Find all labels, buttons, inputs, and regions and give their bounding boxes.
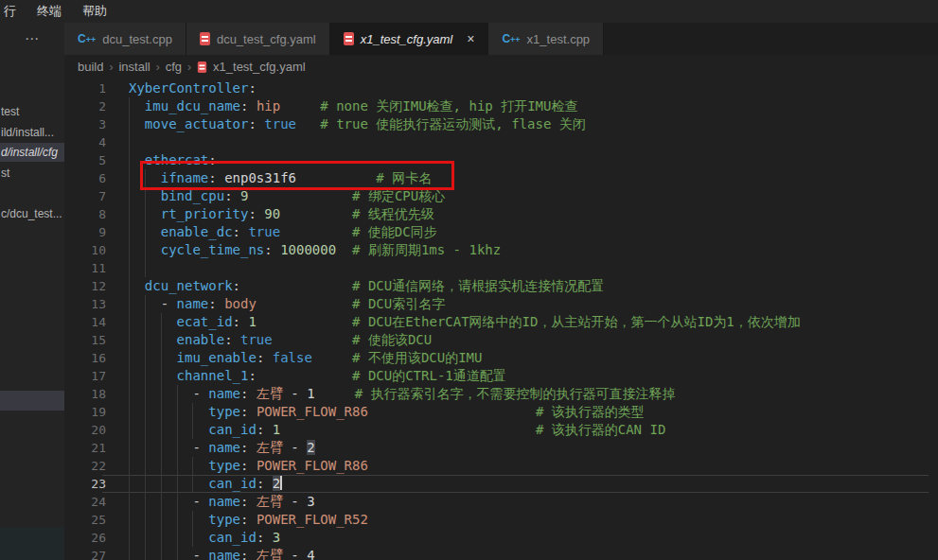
sidebar-item[interactable]: d/install/cfg xyxy=(0,143,64,162)
tab-x1_test_cfg.yaml[interactable]: x1_test_cfg.yaml× xyxy=(330,23,489,55)
line-number: 4 xyxy=(64,133,106,151)
token: false xyxy=(273,350,312,365)
code-text: - name: 左臂 - 4 xyxy=(129,547,315,560)
code-line[interactable]: 12 dcu_network: # DCU通信网络，请根据实机连接情况配置 xyxy=(64,277,938,295)
token: 左臂 xyxy=(257,494,283,509)
token xyxy=(129,278,145,293)
breadcrumb-segment[interactable]: install xyxy=(118,60,150,74)
token: dcu_network xyxy=(145,278,233,293)
token: : xyxy=(233,314,249,329)
token: : xyxy=(233,278,240,293)
token: - xyxy=(283,440,307,455)
code-text: cycle_time_ns: 1000000 # 刷新周期1ms - 1khz xyxy=(129,241,501,259)
token: : xyxy=(257,530,273,545)
token: rt_priority xyxy=(161,206,249,221)
code-line[interactable]: 4 xyxy=(64,133,938,151)
token: name xyxy=(208,548,240,560)
code-line[interactable]: 15 enable: true # 使能该DCU xyxy=(64,331,938,349)
more-actions-icon[interactable]: ⋯ xyxy=(25,30,41,47)
menu-item-帮助[interactable]: 帮助 xyxy=(72,0,117,23)
tab-x1_test.cpp[interactable]: C++x1_test.cpp xyxy=(488,23,604,55)
code-line[interactable]: 8 rt_priority: 90 # 线程优先级 xyxy=(64,205,938,223)
code-line[interactable]: 23 can_id: 2 xyxy=(64,475,938,493)
code-line[interactable]: 27 - name: 左臂 - 4 xyxy=(64,547,938,560)
token: 2 xyxy=(307,440,314,455)
token: true xyxy=(264,116,296,131)
code-line[interactable]: 22 type: POWER_FLOW_R86 xyxy=(64,457,938,475)
code-line[interactable]: 25 type: POWER_FLOW_R52 xyxy=(64,511,938,529)
line-number: 16 xyxy=(64,349,106,367)
token xyxy=(129,368,177,383)
code-text: dcu_network: # DCU通信网络，请根据实机连接情况配置 xyxy=(129,277,604,295)
token: 左臂 xyxy=(257,440,283,455)
breadcrumb-file[interactable]: x1_test_cfg.yaml xyxy=(213,60,306,74)
text-cursor xyxy=(280,476,282,490)
code-line[interactable]: 26 can_id: 3 xyxy=(64,529,938,547)
code-text: can_id: 2 xyxy=(129,475,282,493)
token: POWER_FLOW_R86 xyxy=(257,458,368,473)
tab-dcu_test_cfg.yaml[interactable]: dcu_test_cfg.yaml xyxy=(186,23,330,55)
code-line[interactable]: 13 - name: body # DCU索引名字 xyxy=(64,295,938,313)
code-text: type: POWER_FLOW_R86 xyxy=(129,457,368,475)
sidebar-item[interactable]: test xyxy=(0,102,64,121)
code-line[interactable]: 20 can_id: 1 # 该执行器的CAN ID xyxy=(64,421,938,439)
menu-item-终端[interactable]: 终端 xyxy=(27,0,72,23)
token: : xyxy=(248,368,256,383)
token: : xyxy=(240,458,257,473)
token: type xyxy=(208,404,240,419)
code-line[interactable]: 9 enable_dc: true # 使能DC同步 xyxy=(64,223,938,241)
code-line[interactable]: 24 - name: 左臂 - 3 xyxy=(64,493,938,511)
line-number: 27 xyxy=(64,547,106,560)
code-line[interactable]: 1XyberController: xyxy=(64,79,938,97)
code-line[interactable]: 19 type: POWER_FLOW_R86 # 该执行器的类型 xyxy=(64,403,938,421)
code-line[interactable]: 14 ecat_id: 1 # DCU在EtherCAT网络中的ID，从主站开始… xyxy=(64,313,938,331)
code-line[interactable]: 18 - name: 左臂 - 1 # 执行器索引名字，不需要控制的执行器可直接… xyxy=(64,385,938,403)
code-line[interactable]: 21 - name: 左臂 - 2 xyxy=(64,439,938,457)
chevron-right-icon: › xyxy=(187,61,191,74)
tab-dcu_test.cpp[interactable]: C++dcu_test.cpp xyxy=(64,23,186,55)
code-line[interactable]: 10 cycle_time_ns: 1000000 # 刷新周期1ms - 1k… xyxy=(64,241,938,259)
sidebar-item[interactable]: c/dcu_test... xyxy=(0,204,64,223)
token xyxy=(129,188,161,203)
token: - xyxy=(192,548,208,560)
close-icon[interactable]: × xyxy=(467,31,474,46)
vscode-window: 行终端帮助 ⋯ testild/install...d/install/cfgs… xyxy=(0,0,938,560)
token: - xyxy=(161,296,177,311)
line-number: 14 xyxy=(64,313,106,331)
comment: # 使能该DCU xyxy=(352,332,432,347)
sidebar-item[interactable]: ild/install... xyxy=(0,123,64,142)
code-text: - name: 左臂 - 1 # 执行器索引名字，不需要控制的执行器可直接注释掉 xyxy=(129,385,676,403)
token xyxy=(129,350,177,365)
code-lines: 1XyberController:2 imu_dcu_name: hip # n… xyxy=(64,79,938,560)
token xyxy=(129,530,208,545)
token: 90 xyxy=(264,206,280,221)
sidebar-item[interactable]: st xyxy=(0,164,64,183)
sidebar-selection-band xyxy=(0,391,64,411)
menu-item-行[interactable]: 行 xyxy=(0,0,27,23)
code-line[interactable]: 11 xyxy=(64,259,938,277)
comment: # true 使能执行器运动测试, flase 关闭 xyxy=(320,116,585,131)
line-number: 15 xyxy=(64,331,106,349)
breadcrumb-segment[interactable]: cfg xyxy=(166,60,182,74)
token xyxy=(129,314,177,329)
editor[interactable]: 1XyberController:2 imu_dcu_name: hip # n… xyxy=(64,79,938,560)
tab-label: x1_test_cfg.yaml xyxy=(361,32,453,46)
code-line[interactable]: 3 move_actuator: true # true 使能执行器运动测试, … xyxy=(64,115,938,133)
code-line[interactable]: 17 channel_1: # DCU的CTRL-1通道配置 xyxy=(64,367,938,385)
token xyxy=(129,440,192,455)
code-text: imu_enable: false # 不使用该DCU的IMU xyxy=(129,349,482,367)
token: imu_dcu_name xyxy=(145,98,240,114)
token: ecat_id xyxy=(177,314,233,329)
token: : xyxy=(240,512,257,527)
token: true xyxy=(240,332,273,347)
code-line[interactable]: 16 imu_enable: false # 不使用该DCU的IMU xyxy=(64,349,938,367)
token: : xyxy=(224,188,240,203)
breadcrumb-segment[interactable]: build xyxy=(78,60,103,74)
comment: # 使能DC同步 xyxy=(352,224,437,239)
line-number: 17 xyxy=(64,367,106,385)
code-line[interactable]: 2 imu_dcu_name: hip # none 关闭IMU检查, hip … xyxy=(64,97,938,115)
token: 3 xyxy=(273,530,280,545)
token xyxy=(273,332,352,347)
breadcrumb[interactable]: build›install›cfg›x1_test_cfg.yaml xyxy=(64,55,938,79)
code-text: channel_1: # DCU的CTRL-1通道配置 xyxy=(129,367,506,385)
